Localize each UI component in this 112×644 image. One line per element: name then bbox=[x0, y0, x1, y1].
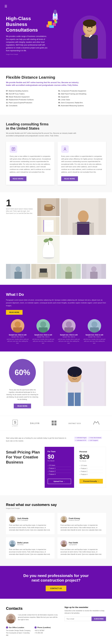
sixty-read-more-btn[interactable]: READ MORE bbox=[14, 404, 31, 408]
reviewer-avatar-2 bbox=[60, 516, 67, 522]
cta-section: Do you need professionals for your next … bbox=[0, 566, 112, 599]
logo-3 bbox=[51, 420, 57, 426]
team-name-4: Sample text. Click to edit bbox=[83, 334, 106, 336]
plan-personal-btn[interactable]: Proceed Annually → bbox=[79, 479, 103, 484]
contacts-title: Contacts bbox=[6, 606, 60, 611]
svg-rect-4 bbox=[47, 24, 49, 27]
svg-point-61 bbox=[91, 266, 97, 272]
contact-office-block: Our Office Location The Invader Design S… bbox=[6, 626, 32, 636]
team-member-4: Sample text. Click to edit Sample Title,… bbox=[83, 319, 106, 344]
reviews-section: Read what our customers say Images from … bbox=[0, 495, 112, 566]
phone-number-2: +73 296 335 bbox=[35, 632, 60, 634]
consult-card-1: Every year a new edition is superintende… bbox=[6, 142, 55, 185]
review-text-2: Proin sed libero sem sed faucibus turpis… bbox=[60, 524, 103, 531]
svg-point-14 bbox=[55, 20, 56, 22]
photo-cell-b3 bbox=[56, 264, 81, 279]
review-2: Frank Kinney Finance Director Proin sed … bbox=[57, 513, 106, 534]
team-desc-4: edit this text. Double click to edit and… bbox=[83, 338, 106, 344]
pricing-card-personal: Personal $29 Per Month ✓ 15 Users ✓ Feat… bbox=[76, 447, 106, 488]
photo-grid bbox=[37, 198, 106, 263]
svg-rect-85 bbox=[54, 420, 56, 423]
review-text-1: Proin sed libero sem sed faucibus turpis… bbox=[9, 524, 52, 531]
svg-point-73 bbox=[91, 322, 97, 327]
hamburger-icon[interactable]: ☰ bbox=[5, 4, 7, 8]
number-text: Ipsum lorem ipsum ipsum massa massa tell… bbox=[6, 208, 33, 214]
newsletter-submit-btn[interactable]: SUBSCRIBE bbox=[91, 616, 106, 621]
header-image-area bbox=[56, 12, 106, 59]
newsletter-input[interactable] bbox=[64, 616, 91, 621]
photo-cell-1 bbox=[37, 198, 60, 216]
team-desc-2: edit this text. Double click to edit and… bbox=[32, 338, 55, 344]
team-title-1: Sample Title, Click to bbox=[6, 336, 29, 338]
contact-person-row: I can provide contact form for all infor… bbox=[6, 614, 60, 624]
reviewer-info-4: Paul Smith Typographer bbox=[60, 540, 103, 547]
photo-cell-3 bbox=[37, 236, 60, 263]
svg-point-89 bbox=[11, 517, 14, 520]
team-desc-1: edit this text. Double click to edit and… bbox=[6, 338, 29, 344]
rocket-illustration bbox=[44, 8, 65, 32]
svg-point-80 bbox=[76, 375, 77, 376]
svg-marker-10 bbox=[57, 18, 59, 20]
flex-learning-lists: 07. Material Handling Systems 08. Roll-O… bbox=[6, 90, 106, 107]
svg-rect-81 bbox=[68, 382, 81, 394]
plan-personal-label: Personal bbox=[79, 451, 103, 453]
photo-cell-b2 bbox=[31, 264, 56, 279]
flex-learning-title: Flexible Distance Learning bbox=[6, 75, 106, 80]
plan-personal-amount: $29 bbox=[79, 454, 103, 460]
svg-point-79 bbox=[72, 375, 73, 376]
svg-point-98 bbox=[62, 541, 65, 544]
svg-rect-16 bbox=[81, 35, 98, 59]
team-avatar-2 bbox=[36, 319, 50, 332]
svg-point-101 bbox=[9, 615, 13, 620]
number-left: 1 Ipsum lorem ipsum ipsum massa massa te… bbox=[6, 198, 33, 214]
card-icon-2 bbox=[61, 145, 69, 153]
svg-rect-90 bbox=[10, 520, 15, 522]
svg-point-36 bbox=[78, 210, 89, 223]
svg-marker-9 bbox=[51, 18, 53, 20]
reviewer-details-4: Paul Smith Typographer bbox=[69, 542, 78, 546]
reviewer-details-1: Josh Almeda CEO Consultant bbox=[17, 518, 28, 521]
plan-team-btn[interactable]: Upload Free → bbox=[48, 479, 71, 484]
reviewer-info-1: Josh Almeda CEO Consultant bbox=[9, 516, 52, 522]
svg-rect-86 bbox=[52, 423, 54, 425]
svg-rect-84 bbox=[52, 420, 54, 423]
reviewer-info-3: Stella Larson Secretary bbox=[9, 540, 52, 547]
sixty-desc: These plan has the spot found within the… bbox=[6, 389, 39, 401]
photo-cell-2 bbox=[37, 217, 60, 235]
flex-learning-section: Flexible Distance Learning We provide fl… bbox=[0, 68, 112, 115]
consulting-title: Leading consulting firms in the United S… bbox=[6, 122, 106, 130]
cta-button[interactable]: CONTACT US bbox=[46, 586, 66, 591]
plan-personal-period: Per Month bbox=[79, 460, 103, 462]
review-text-3: Proin sed libero sem sed faucibus turpis… bbox=[9, 548, 52, 556]
what-content: What I Do Paragraph Lorem ipsum dolor si… bbox=[6, 292, 106, 315]
team-name-1: Sample text. Click to edit bbox=[6, 334, 29, 336]
logos-section: S SUMMIT DALVIN DISTINCT ECO bbox=[0, 416, 112, 431]
svg-point-6 bbox=[54, 10, 57, 14]
reviewer-avatar-4 bbox=[60, 540, 67, 547]
sixty-right bbox=[43, 361, 106, 406]
svg-rect-65 bbox=[13, 327, 22, 332]
office-title: Our Office Location bbox=[6, 626, 32, 628]
consult-card-2-text: Every year a new edition is superintende… bbox=[61, 155, 102, 173]
svg-point-51 bbox=[16, 266, 21, 272]
svg-rect-62 bbox=[90, 272, 98, 279]
reviewer-avatar-3 bbox=[9, 540, 16, 547]
team-name-2: Sample text. Click to edit bbox=[32, 334, 55, 336]
svg-point-78 bbox=[67, 366, 82, 377]
big-number: 1 bbox=[6, 198, 33, 208]
flex-learning-subtitle: We provide flexible and 24/7 online lear… bbox=[6, 81, 81, 86]
what-text: What I Do Paragraph Lorem ipsum dolor si… bbox=[6, 292, 106, 315]
contact-person-avatar bbox=[6, 614, 16, 624]
consult-card-2-btn[interactable]: READ MORE bbox=[61, 176, 78, 181]
contact-info-blocks: Our Office Location The Invader Design S… bbox=[6, 626, 60, 636]
svg-rect-37 bbox=[77, 222, 89, 235]
header-person-image bbox=[73, 16, 106, 59]
what-read-more-btn[interactable]: READ MORE bbox=[6, 310, 23, 315]
review-1: Josh Almeda CEO Consultant Proin sed lib… bbox=[6, 513, 55, 534]
svg-rect-59 bbox=[65, 272, 72, 279]
logo-4: DISTINCT ECO bbox=[69, 422, 81, 424]
consult-card-1-btn[interactable]: READ MORE bbox=[10, 176, 26, 181]
svg-rect-96 bbox=[10, 544, 15, 547]
reviewer-info-2: Frank Kinney Finance Director bbox=[60, 516, 103, 522]
team-member-1: Sample text. Click to edit Sample Title,… bbox=[6, 319, 29, 344]
